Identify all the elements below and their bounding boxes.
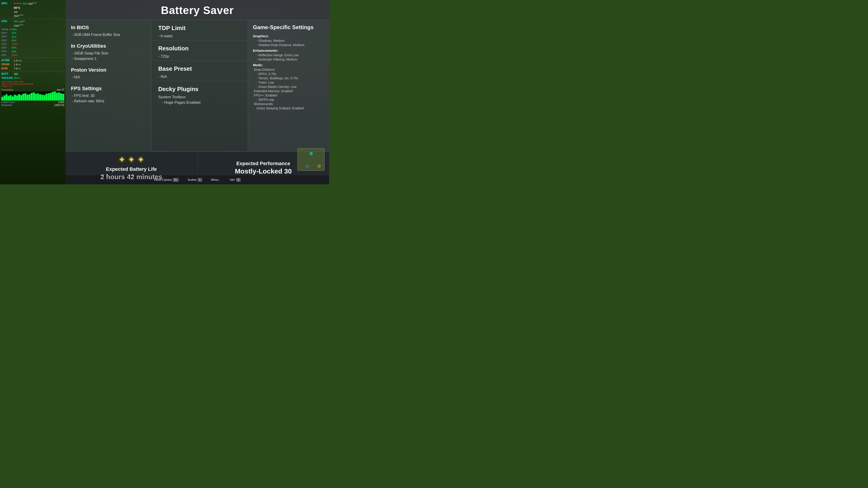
minimap-nav-icon: ⊕ [306, 164, 309, 168]
decky-item-0: - Huge Pages Enabled [158, 100, 241, 105]
ram-value: 7.6GiB [14, 67, 21, 70]
sun-icon-3: ✦ [137, 155, 144, 164]
fpspp-item-0: - 30FPS cap [253, 98, 324, 101]
tdp-item-0: - 6 watts [158, 34, 241, 38]
cpu-core-2: 31% [11, 35, 17, 38]
fpspp-header: FPS++: Enabled [253, 94, 324, 97]
sun-icon-1: ✦ [119, 155, 125, 164]
yah-label: Yah! [229, 178, 235, 182]
scoline-label: Scoline [188, 178, 196, 182]
reset-camera-label: Reset Camera [154, 178, 172, 182]
fps-section: FPS Settings - FPS limit: 30 - Refresh r… [71, 86, 146, 103]
resolution-row: Resolution 1280x720 [1, 104, 64, 106]
right-panel-title: Game-Specific Settings [253, 24, 324, 31]
workarounds-header: Workarounds: [253, 102, 324, 106]
gpu-w: 1W [14, 10, 18, 13]
title-bar: Battery Saver [66, 0, 329, 20]
proton-info: Proton 7.0-5 [1, 85, 64, 88]
cryo-item-0: - 16GB Swap File Size [71, 51, 146, 55]
cpu-core-6: 24% [11, 50, 17, 53]
tdp-title: TDP Limit [158, 25, 241, 32]
fps-item-1: - Refresh rate: 60Hz [71, 99, 146, 103]
frametime-min: min: 27 [57, 89, 64, 91]
hud-resolution-value: 1280x720 [54, 104, 64, 106]
gpu-temp: 66°C [14, 6, 20, 10]
middle-panel: TDP Limit - 6 watts Resolution - 720p Ba… [151, 20, 248, 151]
workarounds-item-0: Grass Swaying (Vulkan): Enabled [253, 106, 324, 110]
reset-camera-btn: Reset Camera ZL [154, 178, 179, 182]
whoa-btn: Whoa... [211, 178, 220, 182]
left-panel: In BIOS - 4GB UMA Frame Buffer Size In C… [66, 20, 151, 151]
cryo-title: In CryoUtilities [71, 43, 146, 49]
fps-item-0: - FPS limit: 30 [71, 94, 146, 98]
game-bottom-ui: Reset Camera ZL Scoline L Whoa... Yah! A [66, 175, 329, 184]
whoa-label: Whoa... [211, 178, 220, 182]
draw-distance-item-1: - Terrain, Buildings, etc: 0.75x [253, 76, 324, 80]
ram-label: RAM [1, 67, 14, 70]
enhancements-item-1: - Anistropic Filtering: Medium [253, 58, 324, 61]
minimap-wifi-icon: ⊕ [309, 151, 313, 156]
decky-subtitle: System Toolbox: [158, 95, 241, 99]
proton-section: Proton Version - N/A [71, 67, 146, 79]
resolution-item-0: - 720p [158, 54, 241, 59]
enhancements-header: Enhancements: [253, 48, 324, 53]
vram-value: 1.4GiB [14, 63, 21, 66]
minimap: ⊕ ⊕ ◎ [298, 148, 324, 171]
graphics-header: Graphics: [253, 34, 324, 38]
content-area: In BIOS - 4GB UMA Frame Buffer Size In C… [66, 20, 329, 151]
batt-label: BATT [1, 72, 14, 76]
draw-distance-item-2: - Trees: Low [253, 80, 324, 84]
resolution-card: Resolution - 720p [151, 40, 248, 61]
cpu-core-5: 54% [11, 46, 17, 49]
io-label: IO RW [1, 59, 14, 62]
frametime-section: Frametime min: 27 [1, 88, 64, 106]
reset-camera-key: ZL [173, 178, 179, 182]
draw-distance-header: Draw Distance: [253, 68, 324, 71]
main-overlay: Battery Saver In BIOS - 4GB UMA Frame Bu… [66, 0, 329, 184]
base-preset-title: Base Preset [158, 65, 241, 72]
base-preset-item-0: - N/A [158, 74, 241, 79]
gpu-info: AMD Custom GPU #405 [1, 80, 64, 83]
page-title: Battery Saver [161, 4, 234, 16]
bios-title: In BIOS [71, 25, 146, 31]
scoline-key: L [198, 178, 202, 182]
cpu-cores: CPU⚙ +✎ 30% CPU* 20% CPU* 31% CPU* 30% C… [1, 28, 64, 57]
cryo-item-1: - Swappiness 1 [71, 57, 146, 61]
vram-label: VRAM [1, 63, 14, 66]
gpu-percent: 65% [23, 2, 28, 5]
cpu-core-7: 100% [11, 54, 18, 57]
mesa-info: Mesa 22.2.0-devel [git-fec9285634] [1, 83, 64, 85]
draw-distance-item-3: - Grass Blades Density: Low [253, 85, 324, 89]
decky-title: Decky Plugins [158, 86, 241, 93]
frame-count-label: Frame Count [1, 101, 14, 103]
cpu-core-3: 30% [11, 39, 17, 42]
gpu-info-section: AMD Custom GPU #405 Mesa 22.2.0-devel [g… [1, 80, 64, 88]
cryo-section: In CryoUtilities - 16GB Swap File Size -… [71, 43, 146, 61]
graphics-item-1: - Shadow Draw Distance: Medium [253, 43, 324, 47]
gpu-label: GPU [1, 2, 14, 5]
performance-value: Mostly-Locked 30 [235, 167, 292, 175]
battery-label: Expected Battery Life [106, 166, 157, 172]
gpu-hearts: ♥♥♥♥♥♥ [14, 2, 22, 5]
bios-section: In BIOS - 4GB UMA Frame Buffer Size [71, 25, 146, 37]
performance-label: Expected Performance [237, 161, 290, 166]
gpu-freq2: 2507MHz [14, 14, 24, 18]
cpu-label: CPU [1, 20, 14, 23]
draw-distance-item-0: - NPCs: 0.75x [253, 72, 324, 76]
cpu-core-1: 20% [11, 31, 17, 35]
proton-item-0: - N/A [71, 75, 146, 79]
scoline-btn: Scoline L [188, 178, 202, 182]
fps-value: 30FPS [14, 76, 21, 80]
frametime-label: Frametime [1, 88, 13, 91]
sun-icons: ✦ ✦ ✦ [119, 155, 144, 164]
tdp-card: TDP Limit - 6 watts [151, 20, 248, 40]
resolution-title: Resolution [158, 45, 241, 52]
extended-memory: Extended Memory: Enabled [253, 89, 324, 93]
bios-item-0: - 4GB UMA Frame Buffer Size [71, 33, 146, 37]
minimap-poi-icon: ◎ [317, 163, 321, 168]
base-preset-card: Base Preset - N/A [151, 61, 248, 81]
vulkan-label: VULKAN [1, 76, 14, 80]
cpu-w: 3WW [20, 20, 25, 23]
frametime-graph [1, 92, 64, 101]
cpu-percent: 49% [14, 20, 19, 23]
